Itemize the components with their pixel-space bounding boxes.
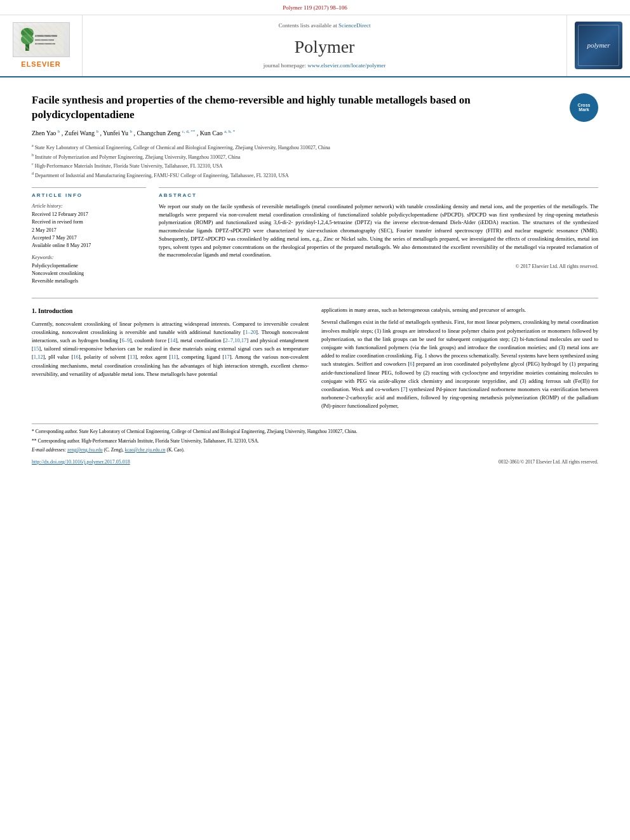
- available-date: Available online 8 May 2017: [32, 242, 146, 249]
- affiliation-a: a State Key Laboratory of Chemical Engin…: [32, 143, 598, 152]
- ref-1-12[interactable]: 1,12: [34, 354, 43, 360]
- body-columns: 1. Introduction Currently, noncovalent c…: [32, 306, 598, 414]
- journal-header: ELSEVIER Contents lists available at Sci…: [0, 15, 630, 77]
- history-label: Article history:: [32, 203, 146, 210]
- content-divider: [32, 298, 598, 298]
- issn-section: 0032-3861/© 2017 Elsevier Ltd. All right…: [499, 458, 598, 465]
- crossmark-badge: CrossMark: [570, 93, 598, 122]
- email-zeng[interactable]: zeng@eng.fsu.edu: [67, 447, 103, 453]
- journal-homepage-line: journal homepage: www.elsevier.com/locat…: [264, 62, 385, 70]
- polymer-logo-section: polymer: [566, 15, 630, 76]
- issn-text: 0032-3861/© 2017 Elsevier Ltd. All right…: [499, 459, 598, 465]
- article-history: Article history: Received 12 February 20…: [32, 203, 146, 249]
- email-note: E-mail addresses: zeng@eng.fsu.edu (C. Z…: [32, 446, 598, 453]
- footer-notes: * Corresponding author. State Key Labora…: [32, 423, 598, 466]
- received-date: Received 12 February 2017: [32, 211, 146, 218]
- intro-paragraph-2: applications in many areas, such as hete…: [321, 306, 598, 314]
- ref-1-20[interactable]: 1–20: [245, 329, 256, 335]
- ref-7[interactable]: 7: [403, 386, 405, 392]
- body-column-right: applications in many areas, such as hete…: [321, 306, 598, 414]
- keywords-label: Keywords:: [32, 254, 146, 261]
- journal-header-center: Contents lists available at ScienceDirec…: [83, 15, 566, 76]
- journal-title: Polymer: [295, 34, 355, 59]
- keyword-3: Reversible metallogels: [32, 277, 146, 285]
- article-info-header: ARTICLE INFO: [32, 192, 146, 199]
- ref-17[interactable]: 17: [224, 354, 230, 360]
- abstract-header: ABSTRACT: [159, 192, 598, 199]
- affiliations: a State Key Laboratory of Chemical Engin…: [32, 143, 598, 180]
- elsevier-image: [13, 22, 70, 57]
- intro-paragraph-3: Several challenges exist in the field of…: [321, 318, 598, 410]
- section1-title: 1. Introduction: [32, 306, 309, 316]
- revised-date: 2 May 2017: [32, 227, 146, 234]
- svg-rect-0: [19, 25, 64, 54]
- ref-16[interactable]: 16: [73, 354, 79, 360]
- journal-homepage-link[interactable]: www.elsevier.com/locate/polymer: [307, 62, 385, 69]
- received-revised-label: Received in revised form: [32, 218, 146, 225]
- polymer-logo: polymer: [575, 22, 622, 69]
- journal-reference: Polymer 119 (2017) 98–106: [283, 4, 347, 11]
- ref-6-9[interactable]: 6–9: [121, 337, 130, 343]
- abstract-copyright: © 2017 Elsevier Ltd. All rights reserved…: [159, 263, 598, 270]
- affiliation-c: c High-Performance Materials Institute, …: [32, 161, 598, 170]
- ref-2-7-10-17[interactable]: 2–7,10,17: [225, 337, 246, 343]
- svg-rect-6: [35, 43, 55, 44]
- journal-reference-bar: Polymer 119 (2017) 98–106: [0, 0, 630, 15]
- ref-14[interactable]: 14: [170, 337, 176, 343]
- corresponding-label-2: Corresponding: [37, 438, 66, 444]
- intro-paragraph-1: Currently, noncovalent crosslinking of l…: [32, 320, 309, 378]
- authors-line: Zhen Yao b , Zufei Wang b , Yunfei Yu b …: [32, 129, 598, 138]
- doi-link[interactable]: http://dx.doi.org/10.1016/j.polymer.2017…: [32, 459, 130, 465]
- synthesized-text: synthesized: [560, 352, 586, 359]
- article-title: Facile synthesis and properties of the c…: [32, 93, 598, 123]
- elsevier-text: ELSEVIER: [21, 60, 60, 69]
- elsevier-logo: ELSEVIER: [13, 22, 70, 69]
- body-column-left: 1. Introduction Currently, noncovalent c…: [32, 306, 309, 414]
- ref-15[interactable]: 15: [34, 345, 39, 352]
- elsevier-logo-section: ELSEVIER: [0, 15, 83, 76]
- svg-rect-5: [35, 39, 54, 41]
- corresponding-author-2: ** Corresponding author. High-Performanc…: [32, 437, 598, 444]
- email-kcao[interactable]: kcao@che.zju.edu.cn: [124, 447, 165, 453]
- affiliation-b: b Institute of Polymerization and Polyme…: [32, 152, 598, 161]
- article-info-column: ARTICLE INFO Article history: Received 1…: [32, 187, 146, 291]
- svg-point-3: [21, 34, 34, 44]
- abstract-text: We report our study on the facile synthe…: [159, 203, 598, 259]
- svg-rect-1: [25, 29, 29, 51]
- page: Polymer 119 (2017) 98–106: [0, 0, 630, 840]
- corresponding-author-1: * Corresponding author. State Key Labora…: [32, 428, 598, 435]
- science-direct-line: Contents lists available at ScienceDirec…: [279, 22, 371, 30]
- author-zhen-yao: Zhen Yao: [32, 130, 58, 137]
- article-info-box: ARTICLE INFO Article history: Received 1…: [32, 187, 146, 286]
- ref-13[interactable]: 13: [130, 354, 135, 360]
- affiliation-d: d Department of Industrial and Manufactu…: [32, 171, 598, 180]
- corresponding-label-1: Corresponding: [36, 429, 64, 434]
- ref-11[interactable]: 11: [171, 354, 176, 360]
- article-content: Facile synthesis and properties of the c…: [0, 77, 630, 476]
- article-meta-section: ARTICLE INFO Article history: Received 1…: [32, 187, 598, 291]
- keyword-1: Polydicyclopentadiene: [32, 262, 146, 270]
- keywords-section: Keywords: Polydicyclopentadiene Noncoval…: [32, 254, 146, 285]
- doi-section: http://dx.doi.org/10.1016/j.polymer.2017…: [32, 458, 130, 466]
- keyword-2: Noncovalent crosslinking: [32, 270, 146, 277]
- svg-point-2: [21, 28, 34, 38]
- keywords-list: Polydicyclopentadiene Noncovalent crossl…: [32, 262, 146, 285]
- abstract-column: ABSTRACT We report our study on the faci…: [159, 187, 598, 291]
- abstract-box: ABSTRACT We report our study on the faci…: [159, 187, 598, 270]
- ref-6[interactable]: 6: [410, 361, 412, 367]
- svg-rect-4: [35, 35, 57, 37]
- email-label: E-mail addresses:: [32, 447, 66, 453]
- science-direct-link[interactable]: ScienceDirect: [338, 22, 370, 29]
- accepted-date: Accepted 7 May 2017: [32, 234, 146, 241]
- footer-bottom: http://dx.doi.org/10.1016/j.polymer.2017…: [32, 458, 598, 466]
